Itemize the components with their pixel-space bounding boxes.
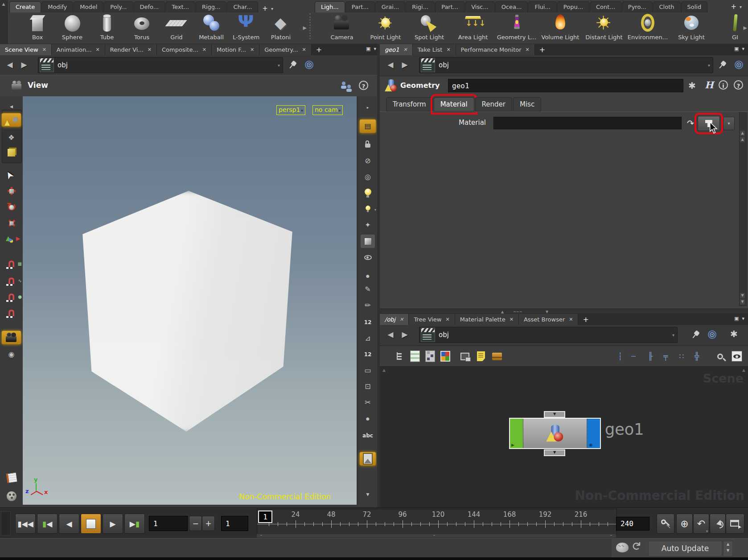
undo-motion-button[interactable]: ↶▾ bbox=[693, 514, 709, 534]
scroll-up-icon[interactable]: ▲ bbox=[740, 131, 745, 136]
param-tab-render[interactable]: Render bbox=[475, 97, 512, 111]
snap-grid-magnet-icon[interactable]: ▦ bbox=[0, 257, 23, 270]
shelf-more-left-icon[interactable]: ▶ bbox=[303, 25, 307, 31]
axis-gizmo-icon[interactable] bbox=[0, 233, 23, 246]
layout-people-icon[interactable] bbox=[341, 81, 352, 91]
scene-tab-geometry[interactable]: Geometry...✕ bbox=[259, 44, 312, 55]
shelf-tool-area-light[interactable]: Area Light bbox=[451, 13, 495, 41]
headlight-icon[interactable] bbox=[358, 186, 378, 200]
shelf-tab-ligh[interactable]: Ligh... bbox=[315, 1, 345, 12]
network-gallery-icon[interactable] bbox=[423, 350, 437, 362]
shelf-tab-cont[interactable]: Cont... bbox=[590, 1, 621, 12]
scale-tool-icon[interactable] bbox=[0, 217, 23, 230]
shelf-tool-spot-light[interactable]: Spot Light bbox=[407, 13, 451, 41]
shelf-tab-defo[interactable]: Defo... bbox=[134, 1, 165, 12]
pane-globe-icon[interactable]: ◉ bbox=[0, 348, 23, 361]
shelf-tool-environment-light[interactable]: Environmen... bbox=[626, 13, 670, 41]
brush-icon[interactable]: ✎ bbox=[358, 283, 378, 296]
chevron-down-icon[interactable]: ▾ bbox=[742, 46, 744, 52]
collapse-left-toolbar-icon[interactable]: ◀ bbox=[0, 100, 23, 113]
scroll-up-icon[interactable]: ▲ bbox=[382, 368, 386, 372]
play-backwards-button[interactable]: ◀ bbox=[59, 514, 79, 534]
scroll-down-icon[interactable]: ▼ bbox=[358, 488, 378, 501]
node-display-flag[interactable] bbox=[510, 419, 523, 448]
shelf-tool-metaball[interactable]: Metaball bbox=[194, 13, 229, 41]
shelf-tab-solid[interactable]: Solid bbox=[681, 1, 708, 12]
scene-tab-composite[interactable]: Composite...✕ bbox=[157, 44, 212, 55]
translate-tool-icon[interactable] bbox=[0, 185, 23, 198]
lock-camera-icon[interactable] bbox=[358, 138, 378, 152]
shelf-tab-ocea[interactable]: Ocea... bbox=[495, 1, 528, 12]
shelf-tab-pyro[interactable]: Pyro... bbox=[622, 1, 653, 12]
light-options-icon[interactable]: ▾ bbox=[358, 202, 378, 216]
back-button[interactable]: ◀ bbox=[4, 59, 16, 70]
close-icon[interactable]: ✕ bbox=[526, 47, 530, 53]
chevron-down-icon[interactable]: ▾ bbox=[672, 333, 674, 338]
shelf-tab-part[interactable]: Part... bbox=[345, 1, 375, 12]
close-icon[interactable]: ✕ bbox=[250, 47, 254, 53]
visibility-box-icon[interactable] bbox=[730, 350, 744, 362]
pin-pane-icon[interactable] bbox=[692, 330, 699, 339]
refresh-icon[interactable]: ↻ bbox=[629, 541, 643, 551]
scene-add-tab[interactable]: + bbox=[312, 44, 326, 55]
level-of-detail-icon[interactable]: 12 bbox=[358, 316, 378, 329]
scroll-down-icon[interactable]: ▼ bbox=[740, 293, 745, 298]
shelf-tab-text[interactable]: Text... bbox=[165, 1, 195, 12]
shelf-tab-flui[interactable]: Flui... bbox=[528, 1, 556, 12]
shelf-tab-part[interactable]: Part... bbox=[435, 1, 464, 12]
network-tab-asset-browser[interactable]: Asset Browser✕ bbox=[519, 314, 579, 325]
view-mask-icon[interactable]: ◎ bbox=[358, 170, 378, 184]
distribute-horizontal-icon[interactable]: ┄ bbox=[627, 350, 640, 362]
scroll-up-icon[interactable]: ▲ bbox=[742, 368, 745, 372]
param-path-field[interactable]: obj ▾ bbox=[419, 57, 713, 73]
level-of-detail2-icon[interactable]: 12 bbox=[358, 348, 378, 361]
close-icon[interactable]: ✕ bbox=[446, 47, 450, 53]
frame-field[interactable]: 1 bbox=[221, 516, 248, 531]
param-tab-performance-monitor[interactable]: Performance Monitor✕ bbox=[456, 44, 535, 55]
close-icon[interactable]: ✕ bbox=[569, 317, 573, 322]
back-button[interactable]: ◀ bbox=[384, 59, 397, 70]
shelf-tool-torus[interactable]: Torus bbox=[124, 13, 159, 41]
decrement-frame-button[interactable]: − bbox=[189, 516, 202, 531]
close-icon[interactable]: ✕ bbox=[302, 47, 306, 53]
param-tab-transform[interactable]: Transform bbox=[386, 97, 433, 111]
chevron-down-icon[interactable]: ▾ bbox=[740, 4, 742, 9]
trowel-icon[interactable]: ⊿ bbox=[358, 332, 378, 345]
shelf-tool-tube[interactable]: Tube bbox=[90, 13, 124, 41]
shelf-tool-platonic[interactable]: Platoni bbox=[263, 13, 298, 41]
back-button[interactable]: ◀ bbox=[384, 329, 397, 340]
hide-objects-icon[interactable]: ⊘ bbox=[358, 154, 378, 168]
diamond-surface-tool-icon[interactable]: ❖ bbox=[0, 131, 23, 144]
stop-button[interactable] bbox=[81, 514, 101, 534]
snap-grid-icon[interactable]: ╬ bbox=[690, 350, 703, 362]
close-icon[interactable]: ✕ bbox=[42, 47, 46, 53]
info-icon[interactable]: i bbox=[719, 80, 728, 90]
shelf-tool-volume-light[interactable]: Volume Light bbox=[538, 13, 582, 41]
flipbook-reel-icon[interactable] bbox=[0, 490, 23, 503]
viewport-camera-label[interactable]: no cam▾ bbox=[312, 105, 343, 115]
end-frame-field[interactable]: 240 bbox=[616, 517, 649, 531]
network-canvas[interactable]: Scene Non-Commercial Edition ▲ ▲ ▼ ▼ geo… bbox=[380, 366, 748, 507]
take-notes-icon[interactable] bbox=[0, 471, 23, 484]
shelf-tab-create[interactable]: Create bbox=[9, 1, 41, 12]
node-render-flag[interactable] bbox=[587, 419, 600, 448]
node-output-connector[interactable]: ▼ bbox=[544, 449, 565, 456]
material-menu-button[interactable]: ▾ bbox=[723, 117, 735, 130]
shapes-tool-icon[interactable] bbox=[2, 113, 21, 127]
collapse-view-toolbar-icon[interactable]: ▸ bbox=[358, 101, 378, 114]
scene-path-field[interactable]: obj ▾ bbox=[38, 57, 283, 73]
scene-tab-scene-view[interactable]: Scene View✕ bbox=[0, 44, 52, 55]
scroll-down2-icon[interactable]: ▼ bbox=[740, 299, 745, 305]
audio-options-button[interactable] bbox=[710, 514, 726, 534]
scene-tab-motion-f[interactable]: Motion F...✕ bbox=[212, 44, 259, 55]
camera-view-tool-icon[interactable] bbox=[2, 331, 21, 344]
point-icon[interactable]: ● bbox=[358, 412, 378, 425]
shading-mode-icon[interactable] bbox=[361, 235, 375, 248]
snap-magnet-icon[interactable] bbox=[0, 306, 23, 319]
knife-icon[interactable]: ✂ bbox=[358, 396, 378, 409]
text-abc-icon[interactable]: abc bbox=[358, 429, 378, 442]
node-name-field[interactable]: geo1 bbox=[448, 79, 683, 92]
material-arrow-icon[interactable]: ↷ bbox=[685, 117, 696, 129]
network-box-icon[interactable] bbox=[490, 350, 504, 362]
ruler-icon[interactable]: ▭ bbox=[358, 364, 378, 377]
